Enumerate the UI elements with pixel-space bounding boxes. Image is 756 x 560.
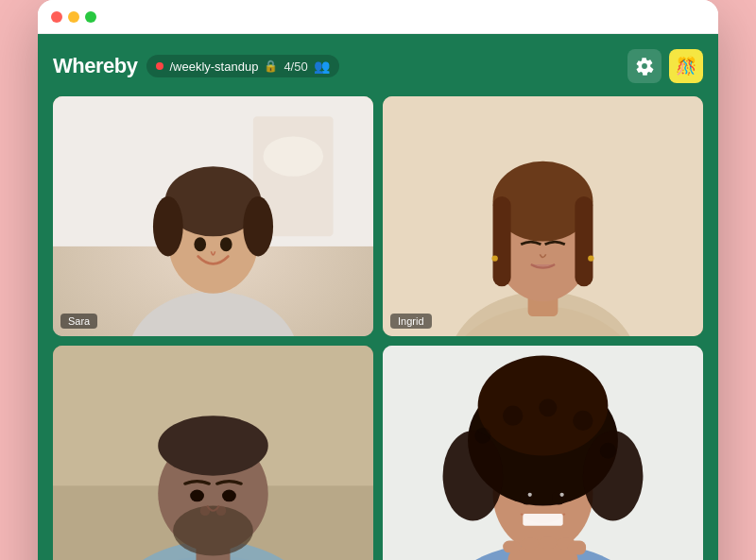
- ingrid-video: [383, 96, 703, 336]
- svg-point-34: [222, 490, 236, 502]
- video-tile-akari: Akari: [383, 346, 703, 560]
- akari-video: [383, 346, 703, 560]
- title-bar: [38, 0, 718, 34]
- sara-video: [53, 96, 373, 336]
- svg-point-36: [216, 506, 227, 517]
- svg-point-57: [560, 493, 564, 497]
- header: Whereby /weekly-standup 🔒 4/50 👥 🎊: [53, 49, 703, 83]
- lock-icon: 🔒: [264, 59, 278, 73]
- svg-point-55: [552, 491, 566, 505]
- svg-rect-21: [575, 196, 593, 286]
- svg-point-56: [528, 493, 532, 497]
- svg-rect-20: [493, 196, 511, 286]
- svg-point-46: [583, 431, 644, 520]
- svg-point-32: [173, 506, 253, 556]
- svg-rect-59: [503, 541, 521, 553]
- avatar-button[interactable]: 🎊: [669, 49, 703, 83]
- close-button[interactable]: [51, 11, 62, 23]
- svg-point-12: [220, 237, 232, 251]
- video-grid: Sara: [53, 96, 703, 560]
- svg-point-49: [503, 406, 523, 426]
- logo: Whereby: [53, 54, 137, 78]
- svg-point-4: [263, 136, 323, 176]
- video-tile-sara: Sara: [53, 96, 373, 336]
- svg-point-33: [190, 490, 204, 502]
- svg-point-11: [194, 237, 206, 251]
- svg-rect-61: [539, 537, 557, 550]
- participant-label-ingrid: Ingrid: [390, 314, 432, 329]
- svg-point-31: [158, 416, 268, 476]
- svg-point-22: [491, 255, 497, 261]
- svg-point-35: [200, 506, 211, 517]
- svg-point-51: [573, 411, 593, 431]
- jamy-video: [53, 346, 373, 560]
- maximize-button[interactable]: [85, 11, 96, 23]
- svg-point-45: [443, 431, 504, 520]
- video-tile-jamy: Jamy (You): [53, 346, 373, 560]
- svg-point-54: [520, 491, 534, 505]
- svg-rect-53: [523, 514, 562, 526]
- people-count-icon: 👥: [314, 59, 330, 74]
- minimize-button[interactable]: [68, 11, 79, 23]
- header-left: Whereby /weekly-standup 🔒 4/50 👥: [53, 54, 339, 78]
- gear-icon: [635, 57, 654, 76]
- svg-point-23: [588, 255, 593, 261]
- header-right: 🎊: [627, 49, 703, 83]
- video-tile-ingrid: Ingrid: [383, 96, 703, 336]
- settings-button[interactable]: [627, 49, 662, 83]
- app-content: Whereby /weekly-standup 🔒 4/50 👥 🎊: [38, 34, 718, 560]
- svg-point-50: [539, 399, 557, 416]
- app-window: Whereby /weekly-standup 🔒 4/50 👥 🎊: [38, 0, 718, 560]
- room-info: /weekly-standup 🔒 4/50 👥: [146, 55, 338, 77]
- svg-rect-60: [521, 538, 539, 551]
- participant-label-sara: Sara: [60, 314, 97, 329]
- participant-count: 4/50: [284, 59, 307, 74]
- traffic-lights: [51, 11, 96, 23]
- svg-point-48: [474, 428, 490, 444]
- svg-point-52: [600, 443, 616, 459]
- svg-rect-63: [568, 541, 586, 555]
- live-indicator: [156, 62, 163, 70]
- svg-point-10: [243, 196, 273, 257]
- room-name: /weekly-standup: [169, 59, 258, 74]
- avatar-emoji: 🎊: [676, 56, 696, 76]
- svg-point-9: [153, 196, 183, 257]
